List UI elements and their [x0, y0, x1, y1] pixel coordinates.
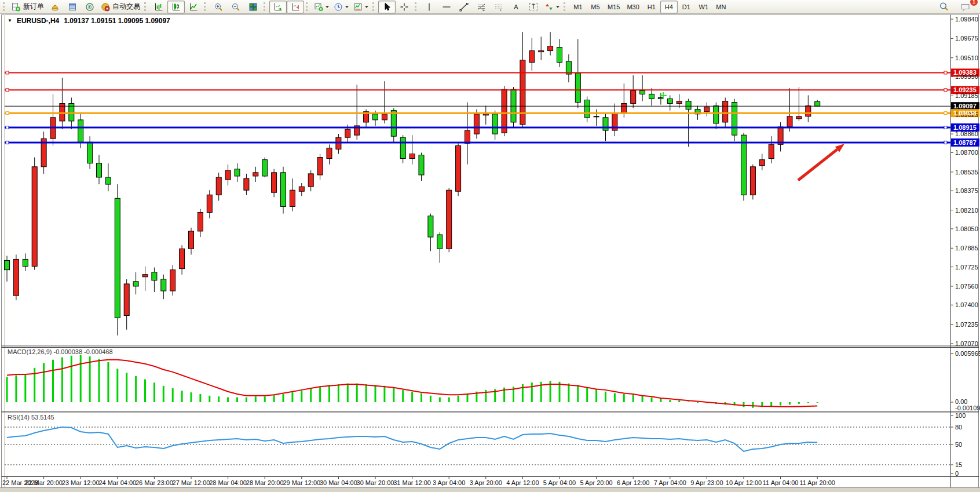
toolbar-grip [306, 2, 309, 11]
macd-bar [577, 385, 579, 402]
macd-bar [172, 388, 174, 402]
text-button[interactable]: A [507, 1, 525, 13]
candlestick-chart-icon [171, 2, 181, 12]
timeframe-m30[interactable]: M30 [623, 1, 642, 13]
chart-title[interactable]: ▼ EURUSD-,H4 1.09137 1.09151 1.09095 1.0… [8, 17, 170, 25]
timeframe-m5[interactable]: M5 [587, 1, 604, 13]
svg-text:80: 80 [955, 424, 962, 431]
support-line-2-right-handle[interactable] [944, 141, 947, 144]
search-button[interactable] [935, 1, 952, 13]
fibonacci-button[interactable]: E [473, 1, 490, 13]
resistance-line-2-right-handle[interactable] [944, 89, 947, 92]
notifications-button[interactable]: 1 [957, 1, 974, 13]
pivot-line-right-handle[interactable] [944, 112, 947, 115]
tile-windows-button[interactable] [244, 1, 262, 13]
navigator-button[interactable] [81, 1, 98, 13]
candle-body [456, 145, 461, 191]
candle-body [796, 116, 802, 119]
resistance-line-1-left-handle[interactable] [6, 71, 9, 74]
support-line-1-right-handle[interactable] [944, 126, 947, 129]
candle-body [189, 231, 194, 249]
horizontal-line-icon [442, 2, 451, 12]
auto-scroll-button[interactable] [269, 1, 287, 13]
timeframe-h1[interactable]: H1 [643, 1, 660, 13]
svg-text:0.005965: 0.005965 [955, 350, 980, 357]
chart-menu-triangle-icon[interactable]: ▼ [8, 19, 12, 23]
rsi-indicator-label: RSI(14) 53.5145 [8, 414, 54, 421]
toolbar-group-timeframes: M1M5M15M30H1H4D1W1MN [562, 0, 730, 14]
fibonacci-expansion-button[interactable]: F [490, 1, 507, 13]
new-chart-button[interactable] [312, 1, 331, 13]
timeframe-mn[interactable]: MN [712, 1, 730, 13]
timeframe-d1[interactable]: D1 [678, 1, 695, 13]
macd-bar [614, 393, 616, 402]
candle-body [492, 114, 498, 134]
timeframe-m1-label: M1 [572, 3, 583, 10]
macd-bar [356, 384, 358, 402]
candle-body [97, 163, 102, 177]
support-line-1-left-handle[interactable] [6, 126, 9, 129]
bar-chart-icon [154, 2, 163, 12]
candle-body [262, 160, 268, 176]
text-label-button-label: T [529, 3, 537, 10]
toolbar-grip [144, 2, 148, 11]
candle-body [686, 101, 691, 110]
candle-body [723, 101, 728, 122]
timeframe-m1[interactable]: M1 [569, 1, 587, 13]
cursor-button[interactable] [378, 1, 396, 13]
new-order-button[interactable]: 新订单 [9, 1, 46, 13]
svg-text:30 Mar 04:00: 30 Mar 04:00 [320, 479, 357, 486]
timeframe-w1[interactable]: W1 [695, 1, 712, 13]
cursor-icon [382, 2, 392, 12]
crosshair-button[interactable] [396, 1, 413, 13]
candle-body [806, 106, 811, 116]
candle-body [548, 46, 553, 50]
toolbar-group-scroll [262, 0, 304, 14]
candle-body [281, 173, 286, 207]
macd-bar [393, 388, 394, 402]
chart-shift-button[interactable] [287, 1, 304, 13]
macd-bar [752, 402, 754, 408]
data-window-button[interactable] [64, 1, 81, 13]
trendline-button[interactable] [455, 1, 473, 13]
chevron-down-icon[interactable] [365, 6, 368, 8]
chevron-down-icon[interactable] [345, 6, 349, 8]
candlestick-chart-button[interactable] [167, 1, 185, 13]
vertical-line-button[interactable] [420, 1, 438, 13]
candle-body [409, 154, 415, 158]
line-chart-button[interactable] [185, 1, 202, 13]
templates-button[interactable] [351, 1, 371, 13]
chevron-down-icon[interactable] [556, 6, 560, 8]
timeframe-m15[interactable]: M15 [604, 1, 623, 13]
autotrade-button[interactable]: 自动交易 [98, 1, 142, 13]
pivot-line-left-handle[interactable] [6, 112, 9, 115]
bar-chart-button[interactable] [150, 1, 167, 13]
timeframe-h4[interactable]: H4 [660, 1, 678, 13]
macd-bar [328, 385, 330, 402]
macd-bar [365, 384, 367, 402]
arrows-button[interactable] [542, 1, 562, 13]
svg-text:3 Apr 20:00: 3 Apr 20:00 [470, 479, 502, 486]
candle-body [511, 89, 516, 122]
market-watch-button[interactable] [46, 1, 64, 13]
periods-button[interactable] [331, 1, 351, 13]
horizontal-line-button[interactable] [438, 1, 455, 13]
macd-bar [236, 398, 238, 402]
resistance-line-2-left-handle[interactable] [6, 89, 9, 92]
text-label-button[interactable]: T [525, 1, 542, 13]
macd-bar [283, 394, 284, 402]
svg-text:28 Mar 04:00: 28 Mar 04:00 [209, 479, 247, 486]
svg-text:1.09097: 1.09097 [953, 103, 977, 110]
candle-body [557, 48, 562, 63]
zoom-out-button[interactable] [227, 1, 244, 13]
svg-text:1.09840: 1.09840 [955, 16, 978, 23]
period-icon [334, 2, 343, 12]
zoom-in-button[interactable] [210, 1, 227, 13]
candle-body [575, 73, 580, 103]
chart-canvas[interactable]: 1.098401.096751.095101.093501.091851.090… [0, 0, 980, 492]
chevron-down-icon[interactable] [326, 6, 329, 8]
svg-text:1.09383: 1.09383 [953, 69, 977, 76]
macd-bar [6, 377, 8, 402]
resistance-line-1-right-handle[interactable] [944, 71, 947, 74]
support-line-2-left-handle[interactable] [6, 141, 9, 144]
